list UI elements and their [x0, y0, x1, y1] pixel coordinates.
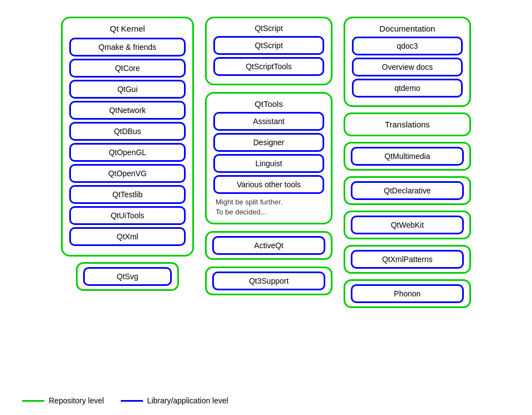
lib-box-item: QtOpenGL: [69, 143, 186, 162]
lib-box-item: QtNetwork: [69, 101, 186, 120]
legend-lib-label: Library/application level: [147, 396, 228, 405]
lib-box-item: QtXml: [69, 227, 186, 246]
lib-box-item: QtScript: [213, 36, 324, 55]
qtxmlpatterns-repo-box: QtXmlPatterns: [344, 245, 471, 274]
qtsvg-lib-box: QtSvg: [83, 267, 172, 286]
qtscript-repo-box: QtScript QtScriptQtScriptTools: [205, 17, 332, 85]
documentation-repo-box: Documentation qdoc3Overview docsqtdemo: [344, 17, 471, 107]
kernel-items: Qmake & friendsQtCoreQtGuiQtNetworkQtDBu…: [69, 38, 186, 246]
legend-green-line: [22, 400, 44, 402]
lib-box-item: Linguist: [213, 154, 324, 173]
documentation-label: Documentation: [352, 24, 463, 33]
columns-container: Qt Kernel Qmake & friendsQtCoreQtGuiQtNe…: [11, 11, 521, 308]
qtmultimedia-repo-box: QtMultimedia: [344, 142, 471, 171]
legend-blue-line: [121, 400, 143, 402]
qtmultimedia-lib-box: QtMultimedia: [351, 147, 464, 166]
legend-repo-label: Repository level: [49, 396, 104, 405]
lib-box-item: Qmake & friends: [69, 38, 186, 57]
qtxmlpatterns-lib-box: QtXmlPatterns: [351, 250, 464, 269]
qtscript-items: QtScriptQtScriptTools: [213, 36, 324, 76]
lib-box-item: Assistant: [213, 112, 324, 131]
qt-kernel-box: Qt Kernel Qmake & friendsQtCoreQtGuiQtNe…: [61, 17, 194, 257]
legend: Repository level Library/application lev…: [22, 396, 228, 405]
lib-box-item: QtCore: [69, 59, 186, 78]
qttools-items: AssistantDesignerLinguistVarious other t…: [213, 112, 324, 194]
lib-box-item: QtScriptTools: [213, 57, 324, 76]
lib-box-item: QtOpenVG: [69, 164, 186, 183]
legend-lib: Library/application level: [121, 396, 228, 405]
legend-repo: Repository level: [22, 396, 104, 405]
lib-box-item: qtdemo: [352, 79, 463, 98]
activeqt-lib-box: ActiveQt: [212, 236, 325, 255]
lib-box-item: QtDBus: [69, 122, 186, 141]
col2: QtScript QtScriptQtScriptTools QtTools A…: [205, 17, 332, 295]
qtwebkit-lib-box: QtWebKit: [351, 216, 464, 234]
translations-label: Translations: [385, 120, 429, 129]
lib-box-item: QtGui: [69, 80, 186, 99]
col3: Documentation qdoc3Overview docsqtdemo T…: [344, 17, 471, 308]
qt3support-repo-box: Qt3Support: [205, 267, 332, 295]
qtsvg-repo-box: QtSvg: [76, 262, 179, 291]
lib-box-item: Various other tools: [213, 175, 324, 194]
diagram: Qt Kernel Qmake & friendsQtCoreQtGuiQtNe…: [0, 0, 532, 415]
phonon-lib-box: Phonon: [351, 284, 464, 303]
translations-box: Translations: [344, 112, 471, 136]
phonon-repo-box: Phonon: [344, 279, 471, 308]
col1: Qt Kernel Qmake & friendsQtCoreQtGuiQtNe…: [61, 17, 194, 291]
doc-items: qdoc3Overview docsqtdemo: [352, 37, 463, 98]
qttools-note: Might be split further.To be decided...: [216, 197, 324, 217]
qtsvg-row: QtSvg: [61, 262, 194, 291]
lib-box-item: Overview docs: [352, 58, 463, 76]
qtscript-label: QtScript: [213, 24, 324, 33]
qttools-repo-box: QtTools AssistantDesignerLinguistVarious…: [205, 92, 332, 224]
qtdeclarative-lib-box: QtDeclarative: [351, 181, 464, 200]
lib-box-item: QtTestlib: [69, 185, 186, 204]
qtwebkit-repo-box: QtWebKit: [344, 211, 471, 239]
qttools-label: QtTools: [213, 99, 324, 109]
activeqt-repo-box: ActiveQt: [205, 231, 332, 260]
lib-box-item: Designer: [213, 133, 324, 152]
qt-kernel-label: Qt Kernel: [69, 24, 186, 33]
qt3support-lib-box: Qt3Support: [212, 271, 325, 290]
lib-box-item: qdoc3: [352, 37, 463, 55]
qtdeclarative-repo-box: QtDeclarative: [344, 176, 471, 205]
lib-box-item: QtUiTools: [69, 206, 186, 225]
